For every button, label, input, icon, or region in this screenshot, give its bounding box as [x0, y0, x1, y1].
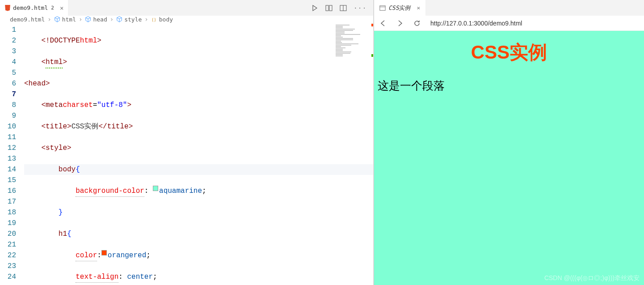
breadcrumbs[interactable]: demo9.html › html › head › style › {} bo…	[0, 16, 373, 23]
chevron-right-icon: ›	[47, 16, 51, 23]
watermark: CSDN @(((φ(◎ロ◎;)φ)))牵丝戏安	[544, 274, 640, 282]
editor-tab-demo9[interactable]: demo9.html 2 ×	[0, 0, 68, 16]
editor-pane: demo9.html 2 × ··· demo9.html › html ›	[0, 0, 374, 285]
address-bar: http://127.0.0.1:3000/demo9.html	[374, 16, 644, 31]
svg-text:{}: {}	[152, 17, 156, 22]
breadcrumb-file[interactable]: demo9.html	[3, 16, 45, 23]
code-editor[interactable]: 123456789101112131415161718192021222324 …	[0, 23, 373, 285]
preview-tab-title: CSS实例	[388, 4, 410, 12]
editor-tab-bar: demo9.html 2 × ···	[0, 0, 373, 16]
preview-paragraph: 这是一个段落	[378, 78, 640, 93]
preview-heading: CSS实例	[378, 40, 640, 65]
breadcrumb-head[interactable]: head	[85, 16, 107, 23]
cube-icon	[54, 16, 60, 22]
back-icon[interactable]	[379, 20, 387, 27]
tab-filename: demo9.html	[13, 4, 48, 11]
preview-viewport: CSS实例 这是一个段落 CSDN @(((φ(◎ロ◎;)φ)))牵丝戏安	[374, 31, 644, 285]
svg-rect-5	[380, 5, 385, 10]
breadcrumb-body[interactable]: {} body	[151, 16, 173, 23]
breadcrumb-html[interactable]: html	[54, 16, 76, 23]
brace-icon: {}	[151, 16, 157, 22]
preview-tab[interactable]: CSS实例 ×	[374, 0, 425, 16]
code-content[interactable]: <!DOCTYPE html> <html> <head> <meta char…	[24, 23, 373, 285]
minimap-content	[333, 23, 373, 99]
preview-tab-bar: CSS实例 ×	[374, 0, 644, 16]
forward-icon[interactable]	[396, 20, 404, 27]
chevron-right-icon: ›	[110, 16, 114, 23]
tab-close-icon[interactable]: ×	[60, 4, 63, 12]
breadcrumb-style[interactable]: style	[116, 16, 142, 23]
preview-tab-close-icon[interactable]: ×	[417, 4, 420, 11]
chevron-right-icon: ›	[144, 16, 148, 23]
preview-window-icon	[379, 5, 386, 11]
more-actions-icon[interactable]: ···	[354, 4, 367, 11]
app-root: demo9.html 2 × ··· demo9.html › html ›	[0, 0, 644, 285]
split-editor-icon[interactable]	[340, 4, 347, 12]
html5-icon	[3, 17, 8, 22]
tab-dirty-badge: 2	[51, 5, 54, 11]
url-field[interactable]: http://127.0.0.1:3000/demo9.html	[430, 20, 522, 27]
preview-pane: CSS实例 × http://127.0.0.1:3000/demo9.html…	[374, 0, 644, 285]
line-gutter: 123456789101112131415161718192021222324	[0, 23, 24, 285]
split-diff-icon[interactable]	[325, 4, 333, 12]
minimap[interactable]	[333, 23, 373, 99]
svg-rect-1	[329, 5, 332, 11]
svg-rect-0	[326, 5, 328, 11]
chevron-right-icon: ›	[79, 16, 82, 23]
cube-icon	[85, 16, 91, 22]
cube-icon	[116, 16, 122, 22]
html5-icon	[4, 5, 11, 11]
reload-icon[interactable]	[413, 20, 421, 27]
run-icon[interactable]	[311, 4, 318, 12]
editor-toolbar: ···	[311, 4, 373, 12]
